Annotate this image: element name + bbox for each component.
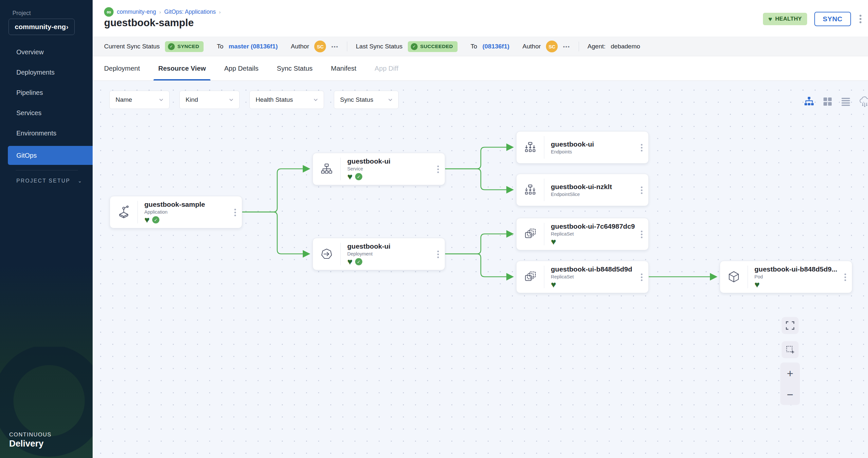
chevron-down-icon (159, 98, 163, 101)
tab-app-details[interactable]: App Details (224, 56, 258, 80)
health-status-badge: ♥ HEALTHY (763, 13, 807, 25)
health-badge-label: HEALTHY (775, 16, 802, 22)
author-label: Author (291, 43, 309, 50)
breadcrumb-project-link[interactable]: community-eng (117, 8, 156, 15)
filter-health-status-select[interactable]: Health Status (249, 91, 324, 109)
node-menu-kebab-icon[interactable] (843, 272, 847, 282)
to-label: To (471, 43, 477, 50)
tab-manifest[interactable]: Manifest (331, 56, 356, 80)
node-service-guestbook-ui[interactable]: guestbook-ui Service ♥ ✓ (313, 153, 445, 185)
health-heart-icon: ♥ (551, 281, 556, 288)
tab-app-diff: App Diff (375, 56, 399, 80)
sidebar-item-overview[interactable]: Overview (0, 42, 93, 62)
breadcrumb-applications-link[interactable]: GitOps: Applications (164, 8, 216, 15)
node-title: guestbook-ui-7c64987dc9 (551, 223, 648, 230)
succeeded-badge: ✓ SUCCEEDED (408, 41, 458, 52)
node-kind: Deployment (347, 251, 445, 257)
synced-badge-label: SYNCED (177, 43, 199, 50)
breadcrumb-separator: › (159, 9, 161, 15)
filter-bar: Name Kind Health Status Sync Status (109, 91, 399, 109)
node-title: guestbook-ui-nzklt (551, 183, 648, 191)
node-menu-kebab-icon[interactable] (640, 229, 644, 239)
node-endpointslice-guestbook-ui-nzklt[interactable]: guestbook-ui-nzklt EndpointSlice (516, 174, 649, 206)
node-deployment-guestbook-ui[interactable]: guestbook-ui Deployment ♥ ✓ (313, 238, 445, 270)
zoom-out-button[interactable]: − (780, 384, 800, 405)
node-replicaset-guestbook-ui-7c64987dc9[interactable]: guestbook-ui-7c64987dc9 ReplicaSet ♥ (516, 218, 649, 250)
tab-sync-status[interactable]: Sync Status (277, 56, 313, 80)
project-setup-toggle[interactable]: PROJECT SETUP ⌄ (17, 178, 82, 184)
sync-check-icon: ✓ (152, 216, 159, 223)
sync-button[interactable]: SYNC (814, 12, 851, 26)
author-more-dots[interactable]: ••• (563, 44, 570, 50)
main-area: ∞ community-eng › GitOps: Applications ›… (93, 0, 868, 458)
node-menu-kebab-icon[interactable] (640, 143, 644, 153)
node-menu-kebab-icon[interactable] (436, 164, 440, 174)
replicaset-icon (517, 218, 544, 250)
health-heart-icon: ♥ (347, 258, 352, 265)
node-kind: Pod (754, 274, 852, 280)
chevron-down-icon (314, 98, 318, 101)
filter-label: Sync Status (340, 96, 373, 103)
service-icon (313, 153, 340, 185)
project-selector[interactable]: community-eng › (8, 19, 74, 35)
sidebar-item-pipelines[interactable]: Pipelines (0, 83, 93, 103)
tab-deployment[interactable]: Deployment (104, 56, 140, 80)
node-replicaset-guestbook-ui-b848d5d9d[interactable]: guestbook-ui-b848d5d9d ReplicaSet ♥ (516, 261, 649, 293)
node-pod-guestbook-ui-b848d5d9[interactable]: guestbook-ui-b848d5d9... Pod ♥ (720, 261, 852, 293)
app-menu-kebab-icon[interactable] (858, 13, 863, 25)
node-title: guestbook-ui-b848d5d9d (551, 265, 648, 273)
node-title: guestbook-ui (347, 242, 445, 250)
breadcrumb-separator: › (219, 9, 221, 15)
filter-name-select[interactable]: Name (109, 91, 169, 109)
tree-view-icon[interactable] (804, 96, 815, 107)
gitops-logo-icon: ∞ (104, 7, 114, 17)
check-circle-icon: ✓ (411, 43, 417, 50)
page-header: ∞ community-eng › GitOps: Applications ›… (93, 0, 868, 37)
project-name: community-eng (15, 23, 66, 31)
last-revision-link[interactable]: (08136f1) (483, 43, 509, 50)
current-sync-status-label: Current Sync Status (104, 43, 160, 50)
project-label: Project (12, 10, 31, 17)
list-view-icon[interactable] (840, 96, 851, 107)
node-application-guestbook-sample[interactable]: guestbook-sample Application ♥ ✓ (110, 196, 242, 228)
node-menu-kebab-icon[interactable] (640, 272, 644, 282)
agent-value: debademo (611, 43, 640, 50)
deployment-icon (313, 238, 340, 270)
heart-icon: ♥ (768, 16, 772, 22)
node-menu-kebab-icon[interactable] (233, 207, 237, 218)
fullscreen-button[interactable] (782, 317, 799, 334)
sidebar-item-services[interactable]: Services (0, 103, 93, 123)
project-setup-label: PROJECT SETUP (17, 178, 70, 184)
tab-resource-view[interactable]: Resource View (158, 56, 206, 80)
sidebar-item-gitops[interactable]: GitOps (8, 146, 93, 165)
author-avatar: SC (314, 40, 326, 52)
grid-view-icon[interactable] (822, 96, 833, 107)
header-actions: ♥ HEALTHY SYNC (763, 12, 863, 26)
synced-badge: ✓ SYNCED (165, 41, 204, 52)
fit-selection-button[interactable] (782, 341, 799, 358)
view-toggle-group (804, 96, 868, 107)
chevron-down-icon (388, 98, 393, 101)
current-revision-link[interactable]: master (08136f1) (229, 43, 278, 50)
node-menu-kebab-icon[interactable] (436, 249, 440, 259)
filter-label: Kind (186, 96, 198, 103)
filter-label: Name (116, 96, 132, 103)
statusbar-divider (579, 41, 579, 52)
node-menu-kebab-icon[interactable] (640, 185, 644, 195)
chevron-right-icon: › (66, 23, 68, 31)
cloud-infra-view-icon[interactable] (859, 96, 868, 107)
node-title: guestbook-ui (551, 140, 648, 148)
filter-kind-select[interactable]: Kind (179, 91, 240, 109)
app-tabs: Deployment Resource View App Details Syn… (93, 56, 868, 81)
node-endpoints-guestbook-ui[interactable]: guestbook-ui Endpoints (516, 131, 649, 164)
author-more-dots[interactable]: ••• (331, 44, 338, 50)
sidebar-nav: Overview Deployments Pipelines Services … (0, 42, 93, 165)
zoom-in-button[interactable]: + (780, 362, 800, 384)
sidebar-item-deployments[interactable]: Deployments (0, 62, 93, 83)
sidebar-item-environments[interactable]: Environments (0, 123, 93, 143)
node-kind: Application (144, 209, 242, 215)
sidebar-divider (16, 170, 78, 170)
filter-sync-status-select[interactable]: Sync Status (334, 91, 399, 109)
sync-check-icon: ✓ (355, 173, 362, 180)
to-label: To (217, 43, 223, 50)
